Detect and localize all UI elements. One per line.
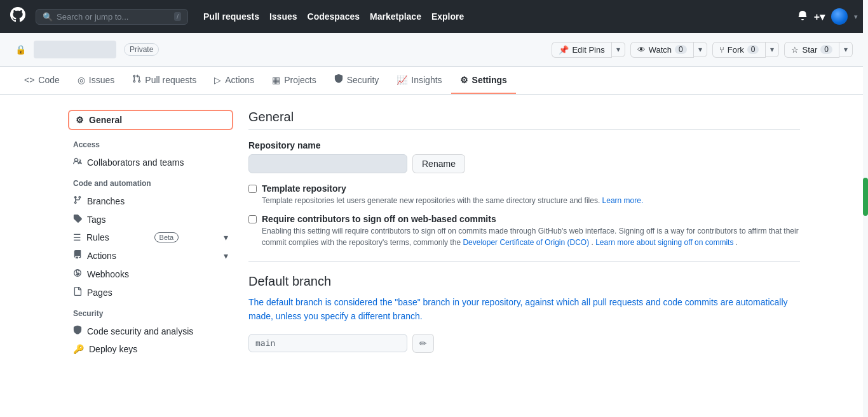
sidebar-item-code-security[interactable]: Code security and analysis — [68, 322, 233, 340]
webhooks-icon — [73, 268, 82, 279]
dco-link[interactable]: Developer Certificate of Origin (DCO) — [463, 238, 589, 247]
branch-name-input[interactable] — [248, 334, 407, 352]
tab-issues[interactable]: ◎ Issues — [69, 67, 123, 94]
actions-caret-icon: ▾ — [224, 251, 228, 261]
tab-actions[interactable]: ▷ Actions — [205, 67, 263, 94]
fork-label: Fork — [728, 45, 744, 55]
template-repo-learn-more-link[interactable]: Learn more. — [602, 196, 644, 205]
template-repo-desc: Template repositories let users generate… — [262, 195, 643, 206]
edit-pins-group: 📌 Edit Pins ▾ — [552, 42, 625, 58]
tags-label: Tags — [87, 215, 106, 225]
pr-icon — [132, 74, 141, 85]
template-repo-content: Template repository Template repositorie… — [262, 183, 643, 206]
notification-bell-icon[interactable] — [797, 10, 808, 23]
pages-label: Pages — [87, 288, 112, 298]
sidebar-item-pages[interactable]: Pages — [68, 283, 233, 301]
private-badge: Private — [124, 43, 159, 56]
main-content: General Repository name Rename Template … — [248, 110, 800, 358]
avatar-caret[interactable]: ▾ — [854, 13, 858, 21]
tab-projects[interactable]: ▦ Projects — [263, 67, 325, 94]
scrollbar-thumb[interactable] — [863, 178, 868, 216]
avatar[interactable] — [831, 8, 848, 25]
insights-icon: 📈 — [397, 75, 407, 85]
search-placeholder: Search or jump to... — [57, 12, 128, 22]
settings-tab-icon: ⚙ — [460, 75, 468, 85]
watch-caret[interactable]: ▾ — [694, 42, 707, 57]
lock-icon: 🔒 — [15, 44, 26, 55]
watch-button[interactable]: 👁 Watch 0 — [630, 42, 694, 58]
repo-tabs: <> Code ◎ Issues Pull requests ▷ Actions… — [0, 67, 868, 95]
fork-caret[interactable]: ▾ — [766, 42, 779, 57]
sign-off-checkbox[interactable] — [248, 215, 257, 223]
search-bar[interactable]: 🔍 Search or jump to... / — [36, 9, 188, 25]
sidebar-item-webhooks[interactable]: Webhooks — [68, 265, 233, 283]
sidebar-item-deploy-keys[interactable]: 🔑 Deploy keys — [68, 340, 233, 358]
nav-marketplace[interactable]: Marketplace — [370, 11, 421, 22]
plus-icon[interactable]: +▾ — [814, 11, 825, 23]
branch-edit-button[interactable]: ✏ — [412, 334, 434, 353]
edit-pins-button[interactable]: 📌 Edit Pins — [552, 42, 611, 58]
tab-insights[interactable]: 📈 Insights — [388, 67, 451, 94]
edit-pins-caret[interactable]: ▾ — [612, 42, 625, 57]
sign-off-content: Require contributors to sign off on web-… — [262, 214, 800, 248]
sidebar-item-tags[interactable]: Tags — [68, 210, 233, 228]
tab-settings-label: Settings — [472, 75, 507, 85]
repo-name-row: Rename — [248, 154, 800, 173]
tab-security[interactable]: Security — [325, 67, 388, 94]
nav-pull-requests[interactable]: Pull requests — [203, 11, 259, 22]
actions-tab-icon: ▷ — [214, 75, 221, 85]
branches-icon — [73, 195, 82, 206]
tab-pr-label: Pull requests — [145, 75, 196, 85]
sidebar-item-general[interactable]: ⚙ General — [68, 110, 233, 130]
tab-issues-label: Issues — [89, 75, 114, 85]
actions-sidebar-icon — [73, 250, 82, 261]
tab-security-label: Security — [347, 75, 379, 85]
sidebar-item-collaborators[interactable]: Collaborators and teams — [68, 153, 233, 171]
nav-codespaces[interactable]: Codespaces — [308, 11, 360, 22]
fork-button[interactable]: ⑂ Fork 0 — [712, 42, 766, 58]
sidebar: ⚙ General Access Collaborators and teams… — [68, 110, 233, 358]
repo-action-buttons: 📌 Edit Pins ▾ 👁 Watch 0 ▾ ⑂ Fork 0 ▾ ☆ — [546, 42, 853, 58]
rules-beta-badge: Beta — [154, 232, 179, 242]
rules-caret-icon: ▾ — [224, 232, 228, 242]
learn-more-sign-off-link[interactable]: Learn more about signing off on commits — [595, 238, 733, 247]
sign-off-label: Require contributors to sign off on web-… — [262, 214, 800, 224]
tab-pull-requests[interactable]: Pull requests — [123, 67, 205, 94]
top-nav: 🔍 Search or jump to... / Pull requests I… — [0, 0, 868, 33]
template-repo-checkbox[interactable] — [248, 185, 257, 193]
actions-sidebar-label: Actions — [87, 251, 116, 261]
search-slash-key: / — [174, 12, 181, 21]
scrollbar-track[interactable] — [863, 0, 868, 373]
branch-input-row: ✏ — [248, 334, 800, 353]
sign-off-row: Require contributors to sign off on web-… — [248, 214, 800, 248]
github-logo[interactable] — [10, 7, 25, 26]
sidebar-item-branches[interactable]: Branches — [68, 192, 233, 210]
page-layout: ⚙ General Access Collaborators and teams… — [53, 95, 815, 373]
edit-pins-icon: 📌 — [559, 45, 569, 55]
issues-icon: ◎ — [78, 75, 85, 85]
rename-button[interactable]: Rename — [412, 154, 465, 173]
rules-icon: ☰ — [73, 232, 81, 242]
pencil-icon: ✏ — [419, 338, 427, 348]
fork-count: 0 — [747, 45, 759, 54]
nav-explore[interactable]: Explore — [431, 11, 464, 22]
code-security-label: Code security and analysis — [87, 326, 193, 336]
edit-pins-label: Edit Pins — [572, 45, 604, 55]
sidebar-item-rules[interactable]: ☰ Rules Beta ▾ — [68, 228, 233, 246]
projects-icon: ▦ — [272, 75, 280, 85]
repo-name-input[interactable] — [248, 154, 407, 173]
template-repo-row: Template repository Template repositorie… — [248, 183, 800, 206]
repo-header: 🔒 Private 📌 Edit Pins ▾ 👁 Watch 0 ▾ ⑂ Fo… — [0, 33, 868, 67]
collaborators-label: Collaborators and teams — [87, 157, 184, 168]
access-section-label: Access — [68, 140, 233, 149]
tab-settings[interactable]: ⚙ Settings — [451, 67, 516, 94]
code-automation-section-label: Code and automation — [68, 179, 233, 188]
tab-insights-label: Insights — [411, 75, 442, 85]
star-button[interactable]: ☆ Star 0 — [784, 42, 839, 58]
star-caret[interactable]: ▾ — [839, 42, 853, 57]
tab-projects-label: Projects — [284, 75, 316, 85]
sidebar-item-actions[interactable]: Actions ▾ — [68, 246, 233, 265]
tab-code[interactable]: <> Code — [15, 67, 69, 94]
star-icon: ☆ — [791, 45, 799, 55]
nav-issues[interactable]: Issues — [269, 11, 297, 22]
